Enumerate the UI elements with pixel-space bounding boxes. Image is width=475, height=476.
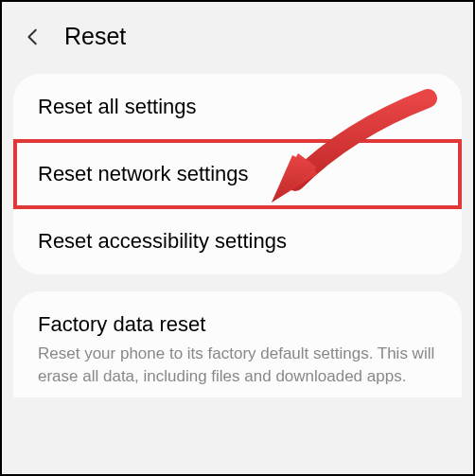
back-icon[interactable] [23,26,44,47]
reset-network-settings[interactable]: Reset network settings [13,139,462,209]
header: Reset [2,2,473,74]
reset-options-card: Reset all settings Reset network setting… [13,74,462,274]
page-title: Reset [64,23,126,50]
item-label: Reset all settings [38,95,437,119]
factory-reset-label: Factory data reset [38,312,437,337]
factory-reset-card[interactable]: Factory data reset Reset your phone to i… [13,291,462,397]
reset-accessibility-settings[interactable]: Reset accessibility settings [13,208,462,274]
item-label: Reset network settings [38,162,437,186]
reset-all-settings[interactable]: Reset all settings [13,74,462,140]
factory-reset-desc: Reset your phone to its factory default … [38,343,437,388]
item-label: Reset accessibility settings [38,229,437,254]
